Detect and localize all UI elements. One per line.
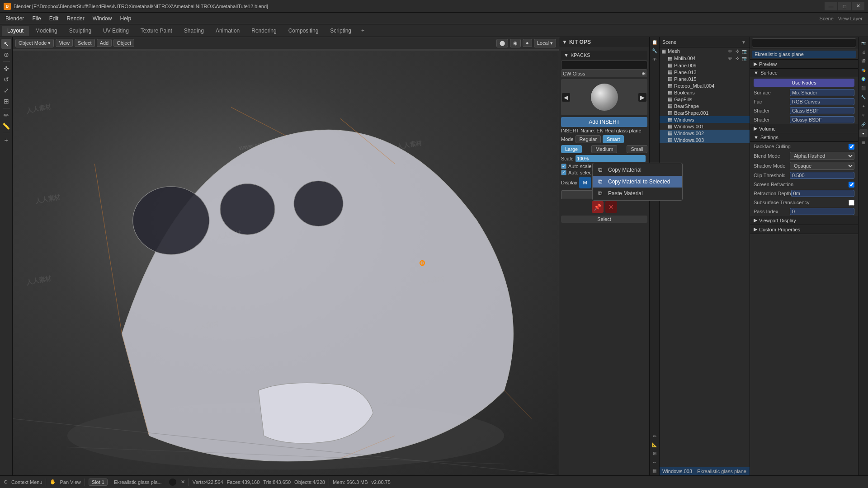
render-icon[interactable]: 📷 [741,48,748,54]
viewport-shading-material[interactable]: ◉ [510,39,521,47]
outliner-filter[interactable]: ▼ [741,39,747,45]
view-layer-tab[interactable]: 🎬 [859,57,868,65]
preview-next[interactable]: ▶ [638,93,646,102]
rotate-tool[interactable]: ↺ [1,75,11,84]
move-tool[interactable]: ✜ [1,64,11,74]
outliner-item-plane015[interactable]: ▦ Plane.015 [660,75,750,82]
copy-material-to-selected-item[interactable]: ⧉ Copy Material to Selected [593,176,682,188]
mode-smart[interactable]: Smart [603,135,624,143]
add-menu[interactable]: Add [97,39,112,47]
tab-layout[interactable]: Layout [2,26,29,36]
output-tab[interactable]: 🖨 [859,48,868,56]
copy-material-item[interactable]: ⧉ Copy Material [593,164,682,176]
scene-tab[interactable]: 🎭 [859,66,868,74]
tab-shading[interactable]: Shading [179,26,209,36]
tab-scripting[interactable]: Scripting [325,26,357,36]
outliner-item-gapfills[interactable]: ▦ GapFills [660,96,750,103]
menu-render[interactable]: Render [63,14,88,23]
local-view[interactable]: Local ▾ [534,39,556,47]
size-medium[interactable]: Medium [591,145,617,153]
outliner-item-bearshape[interactable]: ▦ BearShape [660,103,750,109]
fac-value[interactable]: RGB Curves [790,98,854,105]
select-button[interactable]: Select [561,216,647,223]
size-large[interactable]: Large [561,145,582,153]
custom-props-section[interactable]: ▶ Custom Properties [750,225,858,234]
outliner-item-windows002[interactable]: ▦ Windows.002 [660,130,750,136]
material-tab[interactable]: ● [859,129,868,137]
backface-checkbox[interactable] [849,144,854,150]
tool-icon[interactable]: 🔧 [651,47,659,55]
surface-section[interactable]: ▼ Surface [750,69,858,77]
outliner-item-windows001[interactable]: ▦ Windows.001 [660,123,750,130]
object-menu[interactable]: Object [113,39,134,47]
tab-rendering[interactable]: Rendering [246,26,282,36]
item-icon[interactable]: 📋 [651,38,659,46]
add-workspace-button[interactable]: + [358,26,368,36]
eye-icon[interactable]: 👁 [727,48,733,54]
screen-refraction-checkbox[interactable] [849,182,854,188]
outliner-item-plane009[interactable]: ▦ Plane.009 [660,62,750,69]
use-nodes-button[interactable]: Use Nodes [754,79,854,87]
preview-section[interactable]: ▶ Preview [750,60,858,69]
view-menu[interactable]: View [56,39,73,47]
tab-sculpting[interactable]: Sculpting [64,26,97,36]
viewport-shading-solid[interactable]: ⬤ [496,39,508,47]
cursor-icon[interactable]: ✜ [734,48,741,54]
volume-section[interactable]: ▶ Volume [750,124,858,133]
material-slot[interactable]: Ekrealistic glass plane [752,51,856,58]
transform-tool[interactable]: ⊞ [1,96,11,106]
kitops-header[interactable]: ▼ KIT OPS [559,37,649,47]
slot-button[interactable]: Slot 1 [89,479,108,486]
object-tab[interactable]: ⬛ [859,84,868,92]
kitops-search[interactable] [561,61,647,70]
active-panel-icon[interactable]: ▦ [651,466,659,474]
insert-pin[interactable]: 📌 [592,201,604,213]
particles-tab[interactable]: ✦ [859,102,868,110]
edit-icon[interactable]: ✏ [651,432,659,440]
minimize-button[interactable]: — [825,2,837,10]
display-m[interactable]: M [579,177,591,188]
titlebar-controls[interactable]: — □ ✕ [825,2,864,10]
size-small[interactable]: Small [627,145,647,153]
surface-shader-value[interactable]: Mix Shader [790,89,854,96]
pass-index-value[interactable]: 0 [790,208,854,215]
clip-threshold-value[interactable]: 0.500 [790,172,854,179]
material-search[interactable] [752,38,856,47]
scale-bar[interactable]: 100% [576,155,646,162]
constraints-tab[interactable]: 🔗 [859,120,868,128]
outliner-item-retopo[interactable]: ▦ Retopo_Mball.004 [660,82,750,89]
quad-icon[interactable]: ⊞ [651,449,659,457]
menu-help[interactable]: Help [116,14,135,23]
outliner-item-bearshape001[interactable]: ▦ BearShape.001 [660,109,750,116]
select-tool[interactable]: ↖ [1,39,11,49]
menu-file[interactable]: File [28,14,44,23]
remap-icon[interactable]: ↔ [651,458,659,466]
sketch-icon[interactable]: 📐 [651,441,659,449]
tab-modeling[interactable]: Modeling [30,26,63,36]
blend-mode-select[interactable]: Alpha Hashed Opaque [790,152,854,160]
shader2-value[interactable]: Glossy BSDF [790,116,854,123]
annotate-tool[interactable]: ✏ [1,110,11,120]
paste-material-item[interactable]: ⧉ Paste Material [593,188,682,199]
refraction-depth-value[interactable]: 0m [791,190,854,197]
outliner-item-windows003[interactable]: ▦ Windows.003 [660,136,750,143]
world-tab[interactable]: 🌍 [859,75,868,83]
maximize-button[interactable]: □ [838,2,851,10]
shadow-mode-select[interactable]: Opaque [790,162,854,170]
select-menu[interactable]: Select [75,39,95,47]
viewport[interactable]: Object Mode ▾ View Select Add Object ⬤ ◉… [13,37,559,475]
subsurface-checkbox[interactable] [849,200,854,206]
menu-edit[interactable]: Edit [46,14,62,23]
cursor-tool[interactable]: ⊕ [1,50,11,60]
physics-tab[interactable]: ⚛ [859,111,868,119]
modifier-tab[interactable]: 🔧 [859,93,868,101]
render2-icon[interactable]: 📷 [741,55,748,61]
insert-delete[interactable]: ✕ [605,201,617,213]
add-tool[interactable]: + [1,135,11,145]
render-tab[interactable]: 📷 [859,39,868,47]
auto-select-checkbox[interactable] [561,170,566,175]
preview-prev[interactable]: ◀ [562,93,570,102]
outliner-item-plane013[interactable]: ▦ Plane.013 [660,69,750,75]
settings-section[interactable]: ▼ Settings [750,133,858,142]
data-tab[interactable]: ▦ [859,138,868,146]
